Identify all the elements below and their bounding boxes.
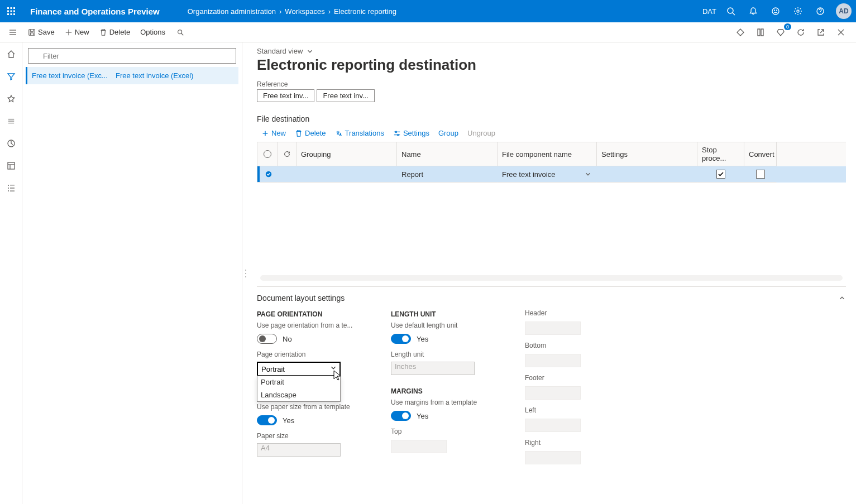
svg-rect-6 (7, 13, 9, 15)
paper-size-label: Paper size (257, 432, 357, 440)
bell-icon[interactable] (743, 0, 763, 22)
svg-line-10 (733, 13, 735, 15)
svg-point-12 (774, 10, 775, 11)
chevron-right-icon: › (328, 7, 331, 16)
row-grouping[interactable] (297, 166, 397, 183)
grid-ungroup-button: Ungroup (467, 129, 495, 137)
modules-icon[interactable] (2, 181, 20, 195)
col-convert[interactable]: Convert (744, 142, 777, 166)
gear-icon[interactable] (788, 0, 808, 22)
margin-left-input (525, 419, 581, 432)
search-icon[interactable] (721, 0, 741, 22)
svg-rect-0 (7, 7, 9, 9)
col-file-component[interactable]: File component name (498, 142, 597, 166)
breadcrumb-item[interactable]: Electronic reporting (331, 7, 400, 16)
splitter[interactable] (242, 42, 249, 504)
company-indicator[interactable]: DAT (700, 7, 719, 16)
grid-toolbar: New Delete Translations Settings Group U… (257, 127, 846, 142)
notification-badge: 0 (784, 23, 791, 30)
book-icon[interactable] (751, 25, 770, 40)
table-row[interactable]: Report Free text invoice (257, 166, 846, 183)
popout-icon[interactable] (811, 25, 830, 40)
margin-header-input (525, 321, 581, 335)
workspace-icon[interactable] (2, 159, 20, 173)
use-default-length-toggle[interactable] (391, 334, 411, 344)
row-name[interactable]: Report (397, 166, 498, 183)
length-unit-label: Length unit (391, 351, 491, 358)
use-orientation-template-label: Use page orientation from a te... (257, 321, 357, 329)
reference-value-1[interactable]: Free text inv... (257, 89, 314, 102)
svg-rect-5 (13, 11, 15, 12)
length-unit-title: LENGTH UNIT (391, 310, 491, 318)
use-paper-template-toggle[interactable] (257, 415, 277, 425)
use-paper-template-label: Use paper size from a template (257, 403, 357, 411)
view-name[interactable]: Standard view (257, 47, 303, 55)
filter-input[interactable] (28, 48, 236, 64)
toggle-value: Yes (417, 335, 428, 343)
svg-point-11 (772, 8, 779, 15)
row-file-component[interactable]: Free text invoice (498, 166, 597, 183)
toggle-value: No (283, 335, 292, 343)
svg-rect-36 (10, 185, 15, 185)
row-settings[interactable] (597, 166, 697, 183)
use-margins-template-toggle[interactable] (391, 411, 411, 421)
user-avatar[interactable]: AD (836, 3, 852, 19)
dropdown-option-portrait[interactable]: Portrait (257, 376, 340, 388)
col-name[interactable]: Name (397, 142, 498, 166)
page-orientation-select[interactable] (257, 362, 341, 376)
chevron-down-icon[interactable] (306, 47, 314, 55)
row-stop-checkbox[interactable] (697, 166, 744, 183)
grid-translations-button[interactable]: Translations (335, 129, 384, 137)
col-refresh-icon[interactable] (278, 142, 297, 166)
recent-icon[interactable] (2, 136, 20, 151)
filter-icon[interactable] (2, 69, 20, 84)
svg-point-46 (395, 131, 397, 133)
diamond-icon[interactable] (731, 25, 750, 40)
col-settings[interactable]: Settings (597, 142, 697, 166)
list-item[interactable]: Free text invoice (Exc... Free text invo… (26, 67, 238, 84)
options-button[interactable]: Options (136, 25, 170, 40)
home-icon[interactable] (2, 47, 20, 61)
row-convert-checkbox[interactable] (744, 166, 777, 183)
collapse-rail-icon[interactable] (2, 114, 20, 128)
notifications-button[interactable]: 0 (771, 25, 790, 40)
breadcrumb-item[interactable]: Workspaces (281, 7, 328, 16)
star-icon[interactable] (2, 92, 20, 106)
col-select-all[interactable] (257, 142, 278, 166)
toggle-value: Yes (417, 412, 428, 420)
app-launcher-icon[interactable] (0, 0, 22, 22)
margin-bottom-input (525, 354, 581, 367)
grid-settings-button[interactable]: Settings (393, 129, 429, 137)
margin-header-label: Header (525, 309, 625, 317)
save-button[interactable]: Save (23, 25, 59, 40)
list-pane: Free text invoice (Exc... Free text invo… (22, 42, 242, 504)
reference-label: Reference (257, 80, 846, 88)
page-title: Electronic reporting destination (257, 56, 846, 74)
row-selector[interactable] (260, 166, 278, 183)
dropdown-option-landscape[interactable]: Landscape (257, 388, 340, 401)
svg-rect-3 (7, 11, 9, 12)
grid-group-button[interactable]: Group (438, 129, 458, 137)
hamburger-icon[interactable] (3, 25, 22, 40)
command-bar: Save New Delete Options 0 (0, 22, 856, 42)
svg-rect-38 (10, 191, 15, 191)
col-grouping[interactable]: Grouping (297, 142, 397, 166)
breadcrumb-item[interactable]: Organization administration (184, 7, 279, 16)
grid-scrollbar[interactable] (260, 275, 843, 281)
reference-value-2[interactable]: Free text inv... (317, 89, 374, 102)
help-icon[interactable] (810, 0, 830, 22)
grid-new-button[interactable]: New (261, 129, 286, 137)
quick-search-icon[interactable] (171, 25, 190, 40)
margin-top-input (391, 440, 447, 453)
close-icon[interactable] (831, 25, 850, 40)
delete-button[interactable]: Delete (95, 25, 135, 40)
col-stop-processing[interactable]: Stop proce... (697, 142, 744, 166)
new-button[interactable]: New (60, 25, 94, 40)
use-orientation-template-toggle[interactable] (257, 334, 277, 344)
document-layout-settings-header[interactable]: Document layout settings (257, 286, 846, 306)
grid-delete-button[interactable]: Delete (295, 129, 326, 137)
smiley-icon[interactable] (766, 0, 786, 22)
svg-rect-30 (8, 162, 15, 169)
svg-point-14 (797, 10, 799, 12)
refresh-icon[interactable] (791, 25, 810, 40)
